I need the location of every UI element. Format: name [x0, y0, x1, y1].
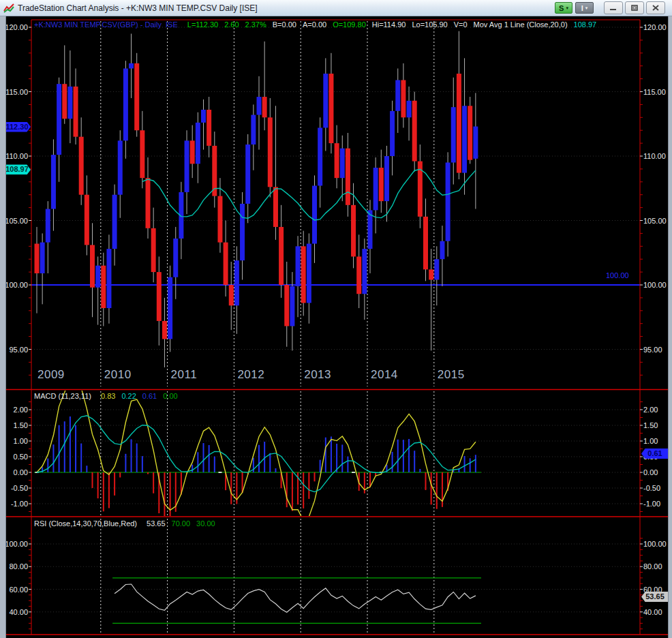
window-frame-right [668, 16, 672, 638]
tradestation-window: TradeStation Chart Analysis - +K:NW3 MIN… [0, 0, 672, 638]
window-frame-left [0, 16, 6, 638]
chart-canvas[interactable] [0, 0, 672, 638]
